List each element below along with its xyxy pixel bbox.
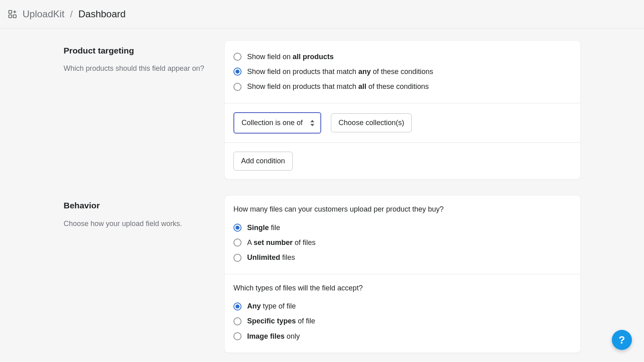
choose-collections-button[interactable]: Choose collection(s) <box>331 113 412 132</box>
targeting-option-any[interactable]: Show field on products that match any of… <box>233 64 572 79</box>
radio-label: Image files only <box>247 331 572 341</box>
select-chevron-icon <box>310 120 315 126</box>
help-button[interactable]: ? <box>612 330 632 350</box>
behavior-card: How many files can your customers upload… <box>225 195 580 353</box>
radio-label: Show field on products that match any of… <box>247 67 572 77</box>
files-count-block: How many files can your customers upload… <box>225 195 580 274</box>
app-logo-icon <box>8 10 17 19</box>
add-condition-button[interactable]: Add condition <box>233 152 293 171</box>
page-title: Dashboard <box>78 7 126 21</box>
types-option-any[interactable]: Any type of file <box>233 299 572 314</box>
radio-label: Show field on products that match all of… <box>247 82 572 92</box>
radio-icon <box>233 254 242 262</box>
targeting-option-all[interactable]: Show field on all products <box>233 49 572 64</box>
radio-label: Unlimited files <box>247 253 572 263</box>
types-option-specific[interactable]: Specific types of file <box>233 314 572 329</box>
radio-icon <box>233 224 242 232</box>
radio-icon <box>233 53 242 61</box>
files-option-set-number[interactable]: A set number of files <box>233 235 572 250</box>
radio-icon <box>233 317 242 325</box>
breadcrumb-separator: / <box>70 7 73 21</box>
files-option-unlimited[interactable]: Unlimited files <box>233 250 572 265</box>
add-condition-block: Add condition <box>225 143 580 179</box>
section-title: Product targeting <box>64 45 208 56</box>
targeting-option-all-conditions[interactable]: Show field on products that match all of… <box>233 79 572 94</box>
page-body: Product targeting Which products should … <box>0 29 644 362</box>
radio-label: Single file <box>247 223 572 233</box>
targeting-options-block: Show field on all products Show field on… <box>225 41 580 104</box>
section-behavior: Behavior Choose how your upload field wo… <box>64 195 580 353</box>
radio-icon <box>233 239 242 247</box>
section-title: Behavior <box>64 200 208 211</box>
types-option-images[interactable]: Image files only <box>233 329 572 344</box>
section-header: Behavior Choose how your upload field wo… <box>64 195 208 229</box>
targeting-card: Show field on all products Show field on… <box>225 41 580 180</box>
app-name[interactable]: UploadKit <box>23 7 64 21</box>
section-header: Product targeting Which products should … <box>64 41 208 74</box>
radio-label: A set number of files <box>247 238 572 248</box>
section-subtitle: Choose how your upload field works. <box>64 219 208 229</box>
condition-type-select[interactable]: Collection is one of <box>233 112 321 134</box>
svg-rect-1 <box>9 15 12 18</box>
files-option-single[interactable]: Single file <box>233 220 572 235</box>
section-subtitle: Which products should this field appear … <box>64 64 208 74</box>
condition-row-block: Collection is one of Choose collection(s… <box>225 103 580 143</box>
select-value: Collection is one of <box>242 119 303 127</box>
radio-icon <box>233 68 242 76</box>
files-question: How many files can your customers upload… <box>233 204 572 214</box>
help-icon: ? <box>619 333 625 347</box>
radio-icon <box>233 83 242 91</box>
svg-rect-0 <box>9 10 12 13</box>
radio-label: Any type of file <box>247 301 572 311</box>
radio-label: Specific types of file <box>247 316 572 326</box>
radio-icon <box>233 332 242 340</box>
svg-rect-2 <box>13 15 16 18</box>
radio-label: Show field on all products <box>247 52 572 62</box>
radio-icon <box>233 302 242 311</box>
section-product-targeting: Product targeting Which products should … <box>64 41 580 180</box>
types-question: Which types of files will the field acce… <box>233 283 572 293</box>
file-types-block: Which types of files will the field acce… <box>225 274 580 353</box>
topbar: UploadKit / Dashboard <box>0 0 644 29</box>
